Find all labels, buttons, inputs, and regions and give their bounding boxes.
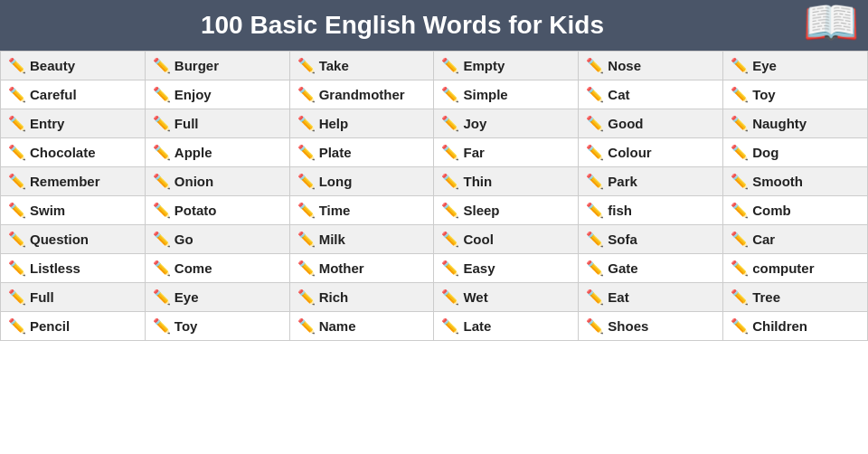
word-label: Enjoy — [175, 87, 212, 102]
table-cell: ✏️Shoes — [579, 312, 723, 341]
pencil-icon: ✏️ — [586, 317, 604, 335]
table-cell: ✏️Swim — [1, 196, 146, 225]
word-label: Eye — [752, 58, 777, 73]
table-cell: ✏️Simple — [434, 80, 579, 109]
word-label: Entry — [30, 116, 64, 131]
cell-content: ✏️Listless — [8, 260, 137, 277]
cell-content: ✏️Help — [297, 115, 427, 132]
cell-content: ✏️Car — [731, 231, 860, 248]
cell-content: ✏️Eat — [586, 288, 715, 306]
pencil-icon: ✏️ — [441, 173, 459, 190]
pencil-icon: ✏️ — [586, 260, 604, 277]
table-cell: ✏️Time — [289, 196, 434, 225]
word-label: Eat — [608, 289, 628, 305]
pencil-icon: ✏️ — [153, 144, 171, 161]
table-cell: ✏️Eye — [723, 52, 868, 80]
word-label: Rich — [319, 289, 349, 305]
table-cell: ✏️Plate — [289, 138, 434, 167]
table-cell: ✏️Far — [434, 138, 579, 167]
word-label: Cool — [463, 232, 493, 247]
word-label: Sleep — [463, 203, 499, 218]
table-cell: ✏️Car — [723, 225, 868, 254]
pencil-icon: ✏️ — [731, 317, 749, 335]
pencil-icon: ✏️ — [586, 202, 604, 219]
cell-content: ✏️Full — [153, 115, 282, 132]
cell-content: ✏️Empty — [441, 57, 571, 74]
table-cell: ✏️Park — [579, 167, 723, 196]
table-row: ✏️Listless✏️Come✏️Mother✏️Easy✏️Gate✏️co… — [1, 254, 868, 283]
cell-content: ✏️Careful — [8, 86, 137, 103]
table-row: ✏️Remember✏️Onion✏️Long✏️Thin✏️Park✏️Smo… — [1, 167, 868, 196]
table-cell: ✏️Easy — [434, 254, 579, 283]
table-cell: ✏️Burger — [145, 52, 289, 80]
cell-content: ✏️Apple — [153, 144, 282, 161]
table-cell: ✏️fish — [579, 196, 723, 225]
cell-content: ✏️Take — [297, 57, 427, 74]
word-label: Naughty — [752, 116, 807, 131]
table-cell: ✏️Good — [579, 109, 723, 138]
pencil-icon: ✏️ — [441, 86, 459, 103]
table-cell: ✏️Toy — [723, 80, 868, 109]
word-label: Onion — [175, 174, 213, 189]
pencil-icon: ✏️ — [153, 202, 171, 219]
word-label: Grandmother — [319, 87, 405, 102]
cell-content: ✏️Grandmother — [297, 86, 427, 103]
table-row: ✏️Beauty✏️Burger✏️Take✏️Empty✏️Nose✏️Eye — [1, 52, 868, 80]
table-cell: ✏️Nose — [579, 52, 723, 80]
cell-content: ✏️Remember — [8, 173, 137, 190]
word-label: Good — [608, 116, 643, 131]
pencil-icon: ✏️ — [297, 144, 316, 161]
table-cell: ✏️Go — [145, 225, 289, 254]
table-row: ✏️Pencil✏️Toy✏️Name✏️Late✏️Shoes✏️Childr… — [1, 312, 868, 341]
cell-content: ✏️Time — [297, 202, 427, 219]
cell-content: ✏️Toy — [731, 86, 860, 103]
table-cell: ✏️Sleep — [434, 196, 579, 225]
table-cell: ✏️Full — [145, 109, 289, 138]
pencil-icon: ✏️ — [297, 317, 316, 335]
cell-content: ✏️Toy — [153, 317, 282, 335]
pencil-icon: ✏️ — [731, 57, 749, 74]
pencil-icon: ✏️ — [8, 173, 26, 190]
cell-content: ✏️Question — [8, 231, 137, 248]
table-cell: ✏️Pencil — [1, 312, 146, 341]
pencil-icon: ✏️ — [731, 202, 749, 219]
pencil-icon: ✏️ — [731, 144, 749, 161]
table-cell: ✏️Mother — [289, 254, 434, 283]
cell-content: ✏️Come — [153, 260, 282, 277]
cell-content: ✏️Naughty — [731, 115, 860, 132]
cell-content: ✏️Comb — [731, 202, 860, 219]
pencil-icon: ✏️ — [153, 288, 171, 306]
word-label: Swim — [30, 203, 65, 218]
cell-content: ✏️Joy — [441, 115, 571, 132]
table-cell: ✏️Eat — [579, 283, 723, 312]
table-cell: ✏️Long — [289, 167, 434, 196]
pencil-icon: ✏️ — [441, 288, 459, 306]
word-label: Time — [319, 203, 351, 218]
table-cell: ✏️Eye — [145, 283, 289, 312]
cell-content: ✏️Shoes — [586, 317, 715, 335]
pencil-icon: ✏️ — [297, 173, 316, 190]
pencil-icon: ✏️ — [586, 86, 604, 103]
word-label: Thin — [463, 174, 492, 189]
cell-content: ✏️Burger — [153, 57, 282, 74]
cell-content: ✏️fish — [586, 202, 715, 219]
cell-content: ✏️Long — [297, 173, 427, 190]
cell-content: ✏️Eye — [153, 288, 282, 306]
pencil-icon: ✏️ — [153, 173, 171, 190]
table-cell: ✏️Milk — [289, 225, 434, 254]
table-row: ✏️Entry✏️Full✏️Help✏️Joy✏️Good✏️Naughty — [1, 109, 868, 138]
word-label: Joy — [463, 116, 486, 131]
word-label: Far — [463, 145, 484, 160]
cell-content: ✏️Beauty — [8, 57, 137, 74]
pencil-icon: ✏️ — [731, 288, 749, 306]
table-cell: ✏️Joy — [434, 109, 579, 138]
table-cell: ✏️Thin — [434, 167, 579, 196]
word-label: Milk — [319, 232, 345, 247]
cell-content: ✏️Swim — [8, 202, 137, 219]
table-row: ✏️Question✏️Go✏️Milk✏️Cool✏️Sofa✏️Car — [1, 225, 868, 254]
pencil-icon: ✏️ — [8, 202, 26, 219]
cell-content: ✏️Gate — [586, 260, 715, 277]
word-label: Late — [463, 318, 491, 334]
word-label: Pencil — [30, 318, 70, 334]
word-label: Full — [30, 289, 54, 305]
